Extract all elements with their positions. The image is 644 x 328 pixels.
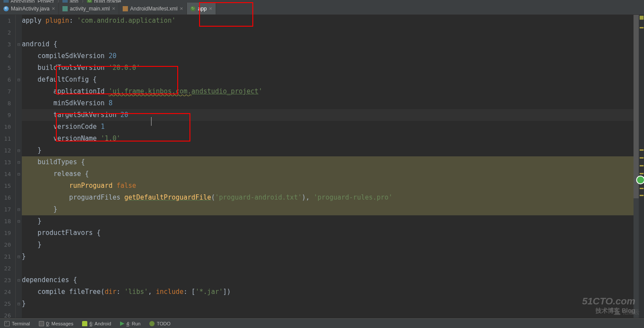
code-token: dir (105, 288, 117, 296)
code-line[interactable]: versionCode 1 (22, 121, 634, 133)
line-number[interactable]: 3 (0, 38, 11, 50)
android-tool-button[interactable]: 6: Android (78, 321, 116, 326)
code-line[interactable] (22, 310, 634, 321)
line-number[interactable]: 1 (0, 15, 11, 27)
scrollbar-thumb[interactable] (634, 15, 639, 198)
line-number[interactable]: 6 (0, 74, 11, 86)
fold-toggle[interactable]: ⊟ (16, 204, 22, 215)
line-number[interactable]: 22 (0, 262, 11, 274)
line-number[interactable]: 2 (0, 27, 11, 38)
messages-tool-button[interactable]: 0: Messages (34, 321, 78, 326)
line-number[interactable]: 20 (0, 239, 11, 251)
line-number[interactable]: 8 (0, 97, 11, 109)
code-line[interactable]: buildToolsVersion '20.0.0' (22, 62, 634, 74)
todo-tool-button[interactable]: TODO (145, 321, 175, 326)
code-line[interactable]: release { (22, 168, 634, 180)
code-token: buildTypes { (22, 158, 85, 166)
line-number[interactable]: 18 (0, 215, 11, 227)
line-number[interactable]: 11 (0, 133, 11, 145)
code-line[interactable]: apply plugin: 'com.android.application' (22, 15, 634, 27)
line-number[interactable]: 17 (0, 204, 11, 215)
line-number[interactable]: 15 (0, 180, 11, 192)
fold-toggle[interactable]: ⊟ (16, 38, 22, 50)
side-badge-icon[interactable] (636, 176, 644, 184)
code-line[interactable]: versionName '1.0' (22, 133, 634, 145)
tab-app-gradle[interactable]: app × (187, 3, 216, 14)
code-line[interactable]: runProguard false (22, 180, 634, 192)
terminal-tool-button[interactable]: Terminal (0, 321, 34, 326)
code-line[interactable]: } (22, 298, 634, 310)
code-line[interactable] (22, 27, 634, 38)
warning-marker[interactable] (640, 173, 644, 174)
line-number[interactable]: 25 (0, 298, 11, 310)
code-token: ' (258, 87, 262, 95)
code-line[interactable]: } (22, 145, 634, 156)
line-number[interactable]: 23 (0, 274, 11, 286)
code-editor[interactable]: 1234567891011121314151617181920212223242… (0, 15, 644, 318)
line-number[interactable]: 9 (0, 109, 11, 121)
line-number[interactable]: 16 (0, 192, 11, 204)
line-number[interactable]: 10 (0, 121, 11, 133)
analysis-status-icon[interactable] (640, 16, 644, 20)
code-line[interactable]: android { (22, 38, 634, 50)
tab-main-activity[interactable]: MainActivity.java × (0, 3, 59, 14)
fold-toggle[interactable]: ⊟ (16, 74, 22, 86)
fold-gutter[interactable]: ⊟⊟⊟⊟⊟⊟⊟⊟⊟⊟ (16, 15, 22, 318)
line-number[interactable]: 24 (0, 286, 11, 298)
code-line[interactable]: defaultConfig { (22, 74, 634, 86)
code-line[interactable]: dependencies { (22, 274, 634, 286)
code-line[interactable]: productFlavors { (22, 227, 634, 239)
line-number[interactable]: 14 (0, 168, 11, 180)
fold-toggle[interactable]: ⊟ (16, 215, 22, 227)
class-icon (3, 6, 9, 11)
warning-marker[interactable] (640, 165, 644, 166)
fold-toggle (16, 86, 22, 97)
editor-scrollbar[interactable] (634, 15, 639, 318)
marker-strip[interactable] (639, 15, 644, 318)
code-area[interactable]: apply plugin: 'com.android.application'a… (22, 15, 634, 318)
code-line[interactable]: } (22, 204, 634, 215)
fold-toggle[interactable]: ⊟ (16, 156, 22, 168)
code-line[interactable]: } (22, 251, 634, 262)
fold-toggle[interactable]: ⊟ (16, 298, 22, 310)
code-line[interactable]: proguardFiles getDefaultProguardFile('pr… (22, 192, 634, 204)
fold-toggle[interactable]: ⊟ (16, 145, 22, 156)
close-icon[interactable]: × (112, 5, 115, 12)
fold-toggle[interactable]: ⊟ (16, 251, 22, 262)
code-line[interactable]: applicationId 'ui.frame.kinbos.com.andst… (22, 86, 634, 97)
line-number[interactable]: 4 (0, 50, 11, 62)
code-line[interactable]: } (22, 215, 634, 227)
code-line[interactable]: compileSdkVersion 20 (22, 50, 634, 62)
warning-marker[interactable] (640, 157, 644, 159)
line-number[interactable]: 21 (0, 251, 11, 262)
android-icon (82, 321, 87, 326)
tab-activity-main-xml[interactable]: activity_main.xml × (59, 3, 119, 14)
code-line[interactable] (22, 262, 634, 274)
warning-marker[interactable] (640, 27, 644, 28)
line-number[interactable]: 19 (0, 227, 11, 239)
warning-marker[interactable] (640, 188, 644, 189)
line-number[interactable]: 12 (0, 145, 11, 156)
fold-toggle[interactable]: ⊟ (16, 168, 22, 180)
tab-android-manifest[interactable]: AndroidManifest.xml × (119, 3, 187, 14)
warning-marker[interactable] (640, 195, 644, 196)
line-number-gutter[interactable]: 1234567891011121314151617181920212223242… (0, 15, 16, 318)
warning-marker[interactable] (640, 149, 644, 151)
run-tool-button[interactable]: 4: Run (116, 321, 145, 326)
fold-toggle[interactable]: ⊟ (16, 274, 22, 286)
code-line[interactable]: targetSdkVersion 20 (22, 109, 634, 121)
code-line[interactable]: minSdkVersion 8 (22, 97, 634, 109)
close-icon[interactable]: × (180, 5, 183, 12)
code-line[interactable]: buildTypes { (22, 156, 634, 168)
close-icon[interactable]: × (52, 5, 55, 12)
line-number[interactable]: 13 (0, 156, 11, 168)
code-line[interactable]: } (22, 239, 634, 251)
code-token: andstudio_project (191, 87, 258, 95)
close-icon[interactable]: × (209, 5, 212, 12)
code-token: minSdkVersion (22, 99, 109, 107)
tab-label: activity_main.xml (70, 6, 110, 12)
code-line[interactable]: compile fileTree(dir: 'libs', include: [… (22, 286, 634, 298)
code-token: ]) (223, 288, 231, 296)
line-number[interactable]: 7 (0, 86, 11, 97)
line-number[interactable]: 5 (0, 62, 11, 74)
